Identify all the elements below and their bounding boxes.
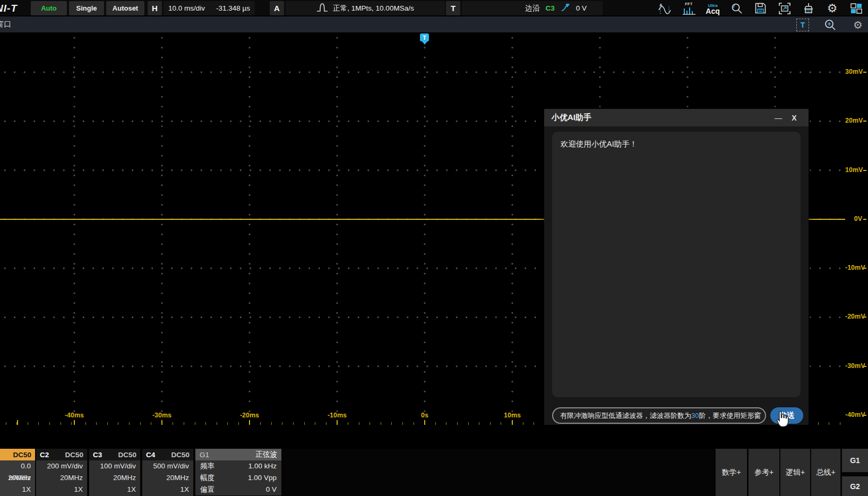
fft-icon[interactable]: FFT [677, 0, 701, 16]
volt-axis-label: -40mV [845, 411, 866, 418]
channel4-box[interactable]: C4DC50 500 mV/div 20MHz 1X [142, 449, 193, 496]
channel-scale: 100 mV/div [89, 460, 140, 472]
dialog-title: 小优AI助手 [552, 113, 770, 123]
time-axis-label: 10ms [494, 412, 531, 419]
channel-bandwidth: 20MHz [0, 472, 35, 484]
g2-tab-button[interactable]: G2 [842, 476, 868, 496]
time-axis-label: -20ms [231, 412, 268, 419]
volt-axis-label: 30mV [845, 68, 866, 75]
single-button[interactable]: Single [69, 1, 104, 15]
chat-input[interactable]: 有限冲激响应型低通滤波器，滤波器阶数为30阶，要求使用矩形窗 [552, 407, 766, 424]
channel-scale: 200 mV/div [36, 460, 87, 472]
search-icon[interactable] [725, 0, 749, 16]
save-icon[interactable] [749, 0, 772, 16]
channel-id: C4 [146, 451, 155, 459]
channel3-box[interactable]: C3DC50 100 mV/div 20MHz 1X [89, 449, 140, 496]
gen-row-label: 幅度 [200, 472, 214, 484]
channel1-box[interactable]: DC50 0.0 mV/div 20MHz 1X [0, 449, 35, 496]
rising-edge-icon [561, 3, 570, 14]
time-axis-label: -30ms [143, 412, 181, 419]
channel-scale: 500 mV/div [142, 460, 193, 472]
volt-axis-label: -30mV [845, 362, 866, 370]
horizontal-panel[interactable]: 10.0 ms/div -31.348 µs [164, 1, 255, 15]
close-button[interactable]: X [786, 114, 802, 122]
gen-row-value: 0 V [266, 484, 277, 495]
time-axis-label: -40ms [56, 412, 93, 419]
channel-id: C3 [93, 451, 102, 459]
trigger-badge[interactable]: T [446, 1, 460, 15]
acquire-badge[interactable]: A [270, 1, 284, 15]
toolbar-icon-cluster: A FFT Ultra Acq [653, 0, 868, 16]
trigger-type[interactable]: 边沿 [525, 4, 539, 13]
volt-axis-label: 20mV [845, 117, 866, 124]
acq-ultra-button[interactable]: Ultra Acq [701, 0, 725, 16]
brand-logo: NI-T [0, 0, 18, 16]
chat-message-area: 欢迎使用小优AI助手！ [552, 132, 801, 397]
channel-coupling: DC50 [118, 451, 136, 459]
channel-id: C2 [40, 451, 49, 459]
volt-axis-label: -20mV [845, 313, 866, 320]
gen-row-label: 频率 [200, 460, 214, 472]
bus-add-button[interactable]: 总线+ [811, 449, 840, 496]
volt-axis-label: 0V [845, 215, 866, 223]
volt-axis-label: -10mV [845, 264, 866, 271]
horizontal-badge[interactable]: H [148, 1, 162, 15]
channel-probe: 1X [0, 484, 35, 495]
reference-add-button[interactable]: 参考+ [749, 449, 779, 496]
trigger-panel[interactable]: 边沿 C3 0 V [462, 1, 603, 15]
timebase-value[interactable]: 10.0 ms/div [168, 4, 205, 12]
logic-add-button[interactable]: 逻辑+ [780, 449, 810, 496]
gen-row-value: 1.00 kHz [248, 460, 277, 472]
channel-status-bar: DC50 0.0 mV/div 20MHz 1X C2DC50 200 mV/d… [0, 449, 868, 496]
time-axis-label: 0s [406, 412, 443, 419]
zoom-in-icon[interactable] [824, 19, 837, 31]
gen-row-label: 偏置 [200, 484, 214, 495]
g1-tab-button[interactable]: G1 [842, 449, 868, 472]
screenshot-icon[interactable] [772, 0, 796, 16]
channel-coupling: DC50 [65, 451, 83, 459]
channel-probe: 1X [36, 484, 87, 495]
generator-id: G1 [200, 451, 209, 459]
text-annotation-tool[interactable]: T [796, 19, 809, 31]
channel-scale: 0.0 mV/div [0, 460, 35, 472]
pulse-icon [316, 3, 328, 14]
top-toolbar: NI-T Auto Single Autoset H 10.0 ms/div -… [0, 0, 868, 16]
volt-axis-label: 10mV [845, 166, 866, 174]
acquire-status: 正常, 1MPts, 10.00MSa/s [333, 4, 414, 13]
dialog-titlebar[interactable]: 小优AI助手 — X [544, 109, 809, 126]
oscilloscope-app: NI-T Auto Single Autoset H 10.0 ms/div -… [0, 0, 868, 496]
gen-row-value: 1.00 Vpp [248, 472, 277, 484]
acquire-panel[interactable]: 正常, 1MPts, 10.00MSa/s [286, 1, 445, 15]
settings-gear-icon[interactable]: ⚙ [820, 0, 844, 16]
channel-probe: 1X [142, 484, 193, 495]
channel-bandwidth: 20MHz [89, 472, 140, 484]
clear-brush-icon[interactable] [796, 0, 820, 16]
autoset-button[interactable]: Autoset [106, 1, 144, 15]
channel-probe: 1X [89, 484, 140, 495]
input-highlight-number: 30 [691, 412, 699, 420]
trigger-level-value[interactable]: 0 V [576, 4, 587, 12]
time-axis-label: -10ms [319, 412, 356, 419]
trigger-position-marker[interactable]: T [420, 33, 429, 41]
math-add-button[interactable]: 数学+ [716, 449, 747, 496]
run-mode-button[interactable]: Auto [31, 1, 67, 15]
channel-bandwidth: 20MHz [142, 472, 193, 484]
window-menu-label[interactable]: 窗口 [0, 20, 11, 29]
trigger-source[interactable]: C3 [545, 4, 554, 12]
channel-coupling: DC50 [171, 451, 190, 459]
sub-toolbar: 窗口 T ⚙ [0, 16, 868, 33]
ai-assistant-dialog: 小优AI助手 — X 欢迎使用小优AI助手！ 有限冲激响应型低通滤波器，滤波器阶… [544, 109, 809, 425]
display-settings-gear-icon[interactable]: ⚙ [852, 19, 864, 31]
window-layout-icon[interactable] [844, 0, 868, 16]
horizontal-offset-value[interactable]: -31.348 µs [216, 4, 250, 12]
channel-bandwidth: 20MHz [36, 472, 87, 484]
minimize-button[interactable]: — [770, 114, 786, 122]
channel2-box[interactable]: C2DC50 200 mV/div 20MHz 1X [36, 449, 87, 496]
auto-measure-icon[interactable]: A [653, 0, 677, 16]
generator-waveform: 正弦波 [256, 450, 278, 459]
generator1-box[interactable]: G1正弦波 频率1.00 kHz 幅度1.00 Vpp 偏置0 V [195, 449, 281, 496]
channel-coupling: DC50 [13, 451, 31, 459]
welcome-message: 欢迎使用小优AI助手！ [561, 139, 792, 149]
mouse-hand-cursor [773, 410, 790, 431]
